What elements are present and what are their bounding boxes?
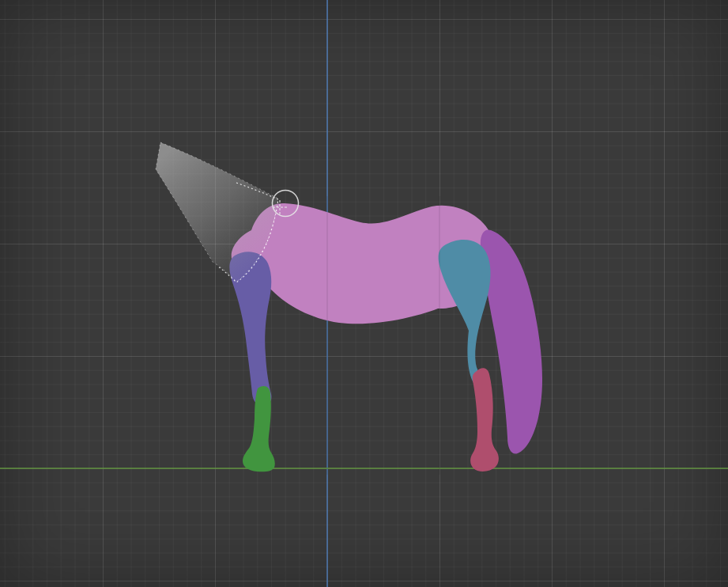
horse-model[interactable] — [156, 142, 542, 471]
rear-lower-leg-segment[interactable] — [470, 368, 499, 471]
viewport-canvas[interactable] — [0, 0, 728, 587]
rear-upper-leg-segment[interactable] — [439, 240, 491, 389]
front-lower-leg-segment[interactable] — [243, 386, 275, 471]
scene-svg — [0, 0, 728, 587]
